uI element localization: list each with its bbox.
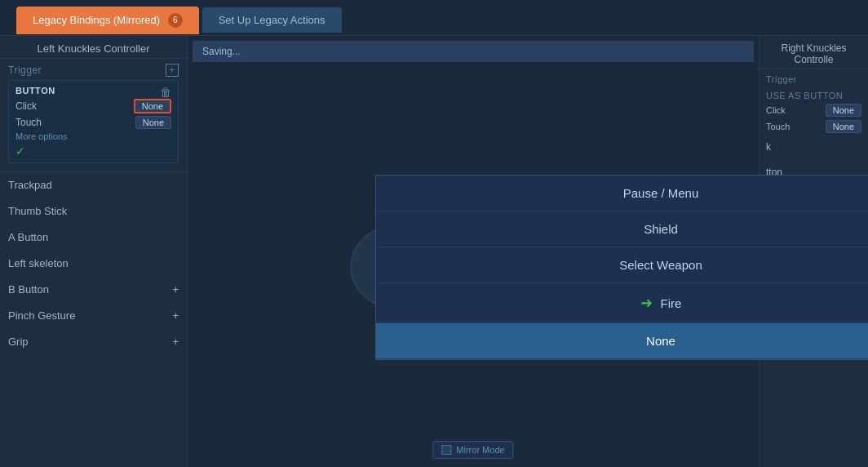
tab-legacy-badge: 6 bbox=[168, 13, 183, 28]
click-label: Click bbox=[16, 100, 37, 112]
button-subsection: BUTTON 🗑 Click None Touch None More opti… bbox=[8, 80, 179, 163]
click-row: Click None bbox=[16, 99, 171, 113]
none-label: None bbox=[646, 334, 675, 348]
sidebar-item-abutton[interactable]: A Button bbox=[0, 225, 187, 251]
dropdown-item-fire[interactable]: ➜ Fire bbox=[376, 283, 868, 323]
grip-add-icon[interactable]: + bbox=[172, 336, 179, 348]
sidebar-item-pinchgesture[interactable]: Pinch Gesture + bbox=[0, 303, 187, 329]
dropdown-item-select-weapon[interactable]: Select Weapon bbox=[376, 247, 868, 283]
grip-label: Grip bbox=[8, 336, 29, 348]
right-k-label: k bbox=[766, 141, 771, 153]
main-layout: Left Knuckles Controller Trigger + BUTTO… bbox=[0, 36, 868, 467]
tab-legacy-bindings[interactable]: Legacy Bindings (Mirrored) 6 bbox=[16, 7, 199, 34]
shield-label: Shield bbox=[644, 222, 678, 236]
more-options-link[interactable]: More options bbox=[16, 131, 171, 141]
trigger-section: Trigger + BUTTON 🗑 Click None Touch None… bbox=[0, 59, 187, 172]
dropdown-item-none[interactable]: None bbox=[376, 323, 868, 359]
trigger-label: Trigger bbox=[8, 64, 42, 76]
tab-bar: Legacy Bindings (Mirrored) 6 Set Up Lega… bbox=[0, 0, 868, 36]
trackpad-label: Trackpad bbox=[8, 179, 52, 191]
click-value[interactable]: None bbox=[134, 99, 171, 113]
dropdown-item-shield[interactable]: Shield bbox=[376, 211, 868, 247]
touch-label: Touch bbox=[16, 117, 42, 128]
leftskeleton-label: Left skeleton bbox=[8, 257, 69, 269]
touch-value[interactable]: None bbox=[135, 116, 171, 129]
right-click-value[interactable]: None bbox=[826, 104, 861, 117]
right-click-label: Click bbox=[766, 105, 786, 115]
sidebar-item-bbutton[interactable]: B Button + bbox=[0, 277, 187, 303]
pause-menu-label: Pause / Menu bbox=[623, 186, 699, 200]
trigger-section-title: Trigger + bbox=[8, 64, 179, 77]
button-subsection-label: BUTTON bbox=[16, 86, 171, 96]
right-touch-row: Touch None bbox=[760, 118, 868, 135]
mirror-mode-checkbox[interactable] bbox=[441, 445, 451, 455]
pinchgesture-label: Pinch Gesture bbox=[8, 309, 75, 322]
arrow-right-icon: ➜ bbox=[640, 294, 653, 312]
trigger-add-button[interactable]: + bbox=[166, 64, 179, 77]
action-dropdown: Pause / Menu Shield Select Weapon ➜ Fire… bbox=[375, 175, 868, 360]
right-touch-label: Touch bbox=[766, 122, 790, 131]
right-click-row: Click None bbox=[760, 102, 868, 118]
sidebar-item-leftskeleton[interactable]: Left skeleton bbox=[0, 251, 187, 277]
saving-bar: Saving... bbox=[193, 41, 754, 62]
right-touch-value[interactable]: None bbox=[826, 120, 861, 133]
thumbstick-label: Thumb Stick bbox=[8, 205, 67, 217]
right-use-as-button-label: USE AS BUTTON bbox=[760, 86, 868, 102]
right-sidebar-header: Right Knuckles Controlle bbox=[760, 36, 868, 69]
delete-button[interactable]: 🗑 bbox=[160, 86, 171, 99]
touch-row: Touch None bbox=[16, 116, 171, 129]
dropdown-item-pause-menu[interactable]: Pause / Menu bbox=[376, 176, 868, 211]
bbutton-label: B Button bbox=[8, 283, 49, 296]
sidebar-item-grip[interactable]: Grip + bbox=[0, 329, 187, 355]
checkmark-icon: ✓ bbox=[16, 145, 171, 158]
tab-setup-label: Set Up Legacy Actions bbox=[219, 14, 326, 26]
right-item-k[interactable]: k bbox=[760, 135, 868, 160]
select-weapon-label: Select Weapon bbox=[619, 258, 702, 272]
left-sidebar-header: Left Knuckles Controller bbox=[0, 36, 187, 59]
mirror-mode-label: Mirror Mode bbox=[456, 445, 504, 455]
tab-setup-legacy[interactable]: Set Up Legacy Actions bbox=[202, 7, 342, 33]
fire-label: Fire bbox=[661, 296, 682, 310]
bbutton-add-icon[interactable]: + bbox=[172, 283, 179, 296]
left-sidebar: Left Knuckles Controller Trigger + BUTTO… bbox=[0, 36, 188, 467]
pinchgesture-add-icon[interactable]: + bbox=[172, 309, 179, 322]
center-area: Saving... Pause / Menu bbox=[188, 36, 759, 467]
sidebar-item-thumbstick[interactable]: Thumb Stick bbox=[0, 198, 187, 225]
sidebar-item-trackpad[interactable]: Trackpad bbox=[0, 172, 187, 198]
tab-legacy-label: Legacy Bindings (Mirrored) bbox=[33, 13, 160, 25]
right-trigger-title: Trigger bbox=[760, 69, 868, 86]
mirror-mode-bar: Mirror Mode bbox=[432, 441, 513, 459]
abutton-label: A Button bbox=[8, 231, 48, 243]
